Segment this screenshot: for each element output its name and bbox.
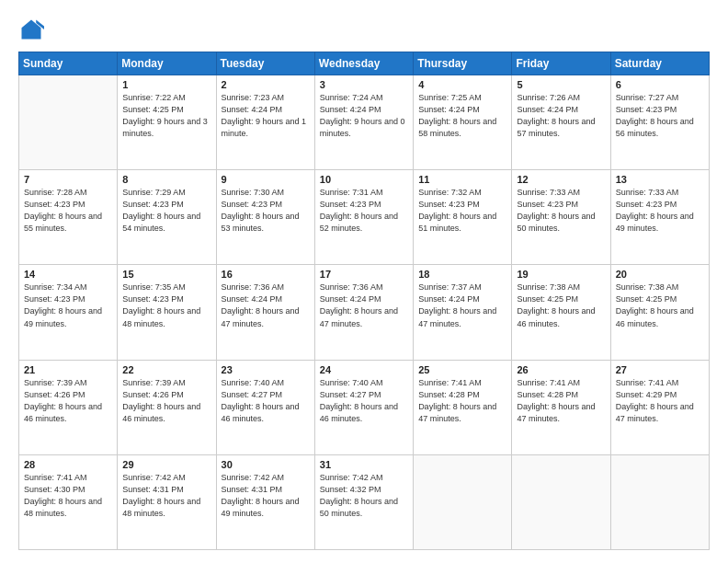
sunrise: Sunrise: 7:41 AM: [24, 473, 87, 482]
day-cell: 6Sunrise: 7:27 AMSunset: 4:23 PMDaylight…: [610, 75, 709, 170]
header-row: Sunday Monday Tuesday Wednesday Thursday…: [19, 52, 710, 75]
day-cell: 2Sunrise: 7:23 AMSunset: 4:24 PMDaylight…: [216, 75, 314, 170]
day-info: Sunrise: 7:38 AMSunset: 4:25 PMDaylight:…: [517, 282, 605, 329]
daylight: Daylight: 8 hours and 57 minutes.: [517, 117, 595, 138]
sunset: Sunset: 4:31 PM: [122, 485, 184, 494]
day-info: Sunrise: 7:41 AMSunset: 4:28 PMDaylight:…: [418, 377, 506, 425]
day-info: Sunrise: 7:33 AMSunset: 4:23 PMDaylight:…: [616, 187, 704, 235]
calendar-page: Sunday Monday Tuesday Wednesday Thursday…: [0, 0, 728, 563]
sunset: Sunset: 4:24 PM: [222, 105, 283, 114]
col-saturday: Saturday: [610, 52, 709, 75]
daylight: Daylight: 8 hours and 50 minutes.: [517, 212, 595, 233]
sunrise: Sunrise: 7:38 AM: [616, 282, 679, 292]
sunset: Sunset: 4:25 PM: [122, 105, 184, 114]
day-cell: 17Sunrise: 7:36 AMSunset: 4:24 PMDayligh…: [314, 265, 413, 360]
day-number: 11: [418, 174, 506, 185]
sunset: Sunset: 4:25 PM: [517, 294, 578, 304]
day-number: 30: [222, 459, 310, 470]
daylight: Daylight: 8 hours and 46 minutes.: [517, 306, 595, 327]
sunrise: Sunrise: 7:38 AM: [517, 282, 580, 292]
sunset: Sunset: 4:24 PM: [222, 294, 283, 304]
sunrise: Sunrise: 7:22 AM: [122, 93, 186, 102]
sunset: Sunset: 4:23 PM: [122, 200, 184, 209]
day-cell: 31Sunrise: 7:42 AMSunset: 4:32 PMDayligh…: [314, 454, 413, 549]
sunrise: Sunrise: 7:35 AM: [122, 282, 186, 292]
day-number: 4: [418, 79, 506, 90]
daylight: Daylight: 8 hours and 47 minutes.: [418, 402, 496, 423]
day-cell: 7Sunrise: 7:28 AMSunset: 4:23 PMDaylight…: [19, 170, 118, 265]
day-number: 13: [616, 174, 704, 185]
sunset: Sunset: 4:23 PM: [517, 200, 578, 209]
daylight: Daylight: 8 hours and 46 minutes.: [24, 402, 102, 423]
day-number: 3: [320, 79, 408, 90]
day-cell: 27Sunrise: 7:41 AMSunset: 4:29 PMDayligh…: [610, 360, 709, 454]
sunrise: Sunrise: 7:42 AM: [222, 473, 285, 482]
day-info: Sunrise: 7:35 AMSunset: 4:23 PMDaylight:…: [122, 282, 210, 329]
day-info: Sunrise: 7:25 AMSunset: 4:24 PMDaylight:…: [418, 92, 506, 140]
daylight: Daylight: 8 hours and 49 minutes.: [222, 497, 300, 518]
day-info: Sunrise: 7:34 AMSunset: 4:23 PMDaylight:…: [24, 282, 112, 329]
day-cell: [19, 75, 118, 170]
day-number: 20: [616, 269, 704, 280]
sunset: Sunset: 4:28 PM: [517, 390, 578, 399]
sunrise: Sunrise: 7:26 AM: [517, 93, 580, 102]
sunrise: Sunrise: 7:33 AM: [616, 188, 679, 197]
col-friday: Friday: [512, 52, 610, 75]
sunset: Sunset: 4:29 PM: [616, 390, 677, 399]
sunrise: Sunrise: 7:37 AM: [418, 282, 482, 292]
day-number: 18: [418, 269, 506, 280]
daylight: Daylight: 8 hours and 46 minutes.: [320, 402, 398, 423]
sunrise: Sunrise: 7:32 AM: [418, 188, 482, 197]
day-info: Sunrise: 7:39 AMSunset: 4:26 PMDaylight:…: [24, 377, 112, 425]
day-info: Sunrise: 7:23 AMSunset: 4:24 PMDaylight:…: [222, 92, 310, 140]
sunset: Sunset: 4:26 PM: [122, 390, 184, 399]
sunset: Sunset: 4:24 PM: [418, 294, 480, 304]
daylight: Daylight: 8 hours and 53 minutes.: [222, 212, 300, 233]
day-number: 7: [24, 174, 112, 185]
day-number: 17: [320, 269, 408, 280]
daylight: Daylight: 8 hours and 47 minutes.: [222, 306, 300, 327]
sunset: Sunset: 4:27 PM: [222, 390, 283, 399]
day-cell: 24Sunrise: 7:40 AMSunset: 4:27 PMDayligh…: [314, 360, 413, 454]
day-cell: 18Sunrise: 7:37 AMSunset: 4:24 PMDayligh…: [414, 265, 512, 360]
day-info: Sunrise: 7:42 AMSunset: 4:31 PMDaylight:…: [122, 472, 210, 520]
day-cell: 28Sunrise: 7:41 AMSunset: 4:30 PMDayligh…: [19, 454, 118, 549]
daylight: Daylight: 8 hours and 46 minutes.: [122, 402, 200, 423]
day-number: 31: [320, 459, 408, 470]
day-cell: 21Sunrise: 7:39 AMSunset: 4:26 PMDayligh…: [19, 360, 118, 454]
daylight: Daylight: 8 hours and 50 minutes.: [320, 497, 398, 518]
day-number: 26: [517, 364, 605, 375]
daylight: Daylight: 8 hours and 48 minutes.: [122, 497, 200, 518]
day-number: 24: [320, 364, 408, 375]
daylight: Daylight: 8 hours and 48 minutes.: [122, 306, 200, 327]
sunset: Sunset: 4:24 PM: [418, 105, 480, 114]
day-cell: 23Sunrise: 7:40 AMSunset: 4:27 PMDayligh…: [216, 360, 314, 454]
day-cell: 15Sunrise: 7:35 AMSunset: 4:23 PMDayligh…: [118, 265, 216, 360]
sunset: Sunset: 4:31 PM: [222, 485, 283, 494]
daylight: Daylight: 8 hours and 47 minutes.: [418, 306, 496, 327]
day-info: Sunrise: 7:32 AMSunset: 4:23 PMDaylight:…: [418, 187, 506, 235]
day-cell: 5Sunrise: 7:26 AMSunset: 4:24 PMDaylight…: [512, 75, 610, 170]
daylight: Daylight: 9 hours and 0 minutes.: [320, 117, 405, 138]
daylight: Daylight: 8 hours and 47 minutes.: [517, 402, 595, 423]
day-cell: 8Sunrise: 7:29 AMSunset: 4:23 PMDaylight…: [118, 170, 216, 265]
day-cell: 19Sunrise: 7:38 AMSunset: 4:25 PMDayligh…: [512, 265, 610, 360]
sunset: Sunset: 4:23 PM: [24, 200, 85, 209]
day-number: 12: [517, 174, 605, 185]
sunrise: Sunrise: 7:41 AM: [418, 378, 482, 387]
day-cell: 22Sunrise: 7:39 AMSunset: 4:26 PMDayligh…: [118, 360, 216, 454]
day-number: 6: [616, 79, 704, 90]
daylight: Daylight: 8 hours and 52 minutes.: [320, 212, 398, 233]
daylight: Daylight: 9 hours and 3 minutes.: [122, 117, 208, 138]
sunset: Sunset: 4:28 PM: [418, 390, 480, 399]
day-number: 21: [24, 364, 112, 375]
sunset: Sunset: 4:27 PM: [320, 390, 381, 399]
day-cell: 30Sunrise: 7:42 AMSunset: 4:31 PMDayligh…: [216, 454, 314, 549]
header: [18, 17, 710, 42]
day-info: Sunrise: 7:28 AMSunset: 4:23 PMDaylight:…: [24, 187, 112, 235]
daylight: Daylight: 8 hours and 49 minutes.: [616, 212, 694, 233]
day-cell: 13Sunrise: 7:33 AMSunset: 4:23 PMDayligh…: [610, 170, 709, 265]
sunrise: Sunrise: 7:23 AM: [222, 93, 285, 102]
day-cell: 1Sunrise: 7:22 AMSunset: 4:25 PMDaylight…: [118, 75, 216, 170]
day-number: 19: [517, 269, 605, 280]
